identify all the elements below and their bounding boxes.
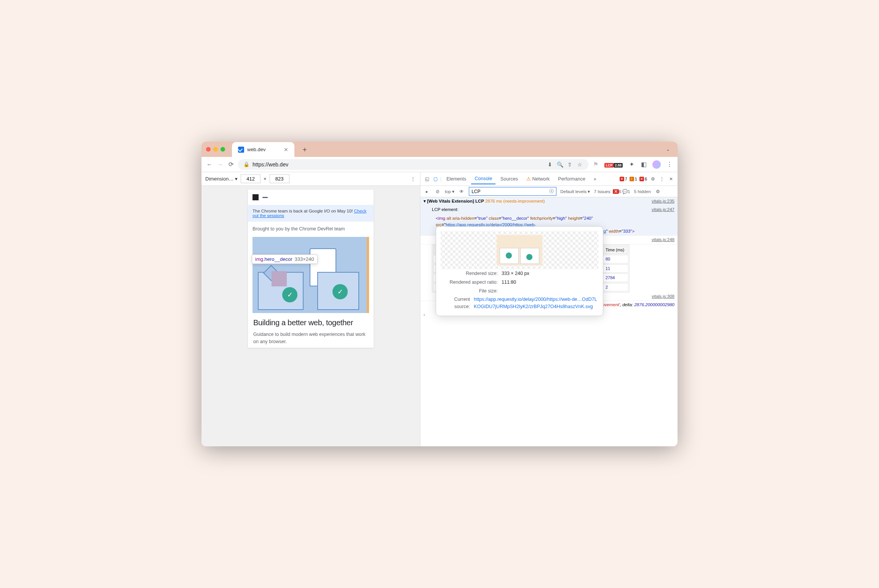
dimensions-dropdown[interactable]: Dimension… ▾ [205,176,238,182]
height-input[interactable] [270,174,289,183]
page-heading: Building a better web, together [248,317,374,329]
hidden-messages[interactable]: 5 hidden [634,189,651,194]
lock-icon: 🔒 [243,161,249,167]
device-toggle-icon[interactable]: ▢ [432,176,439,182]
bookmark-icon[interactable]: ☆ [576,161,583,168]
console-output: ▾ [Web Vitals Extension] LCP 2876 ms (ne… [420,197,678,446]
tab-performance[interactable]: Performance [555,174,589,184]
sidebar-toggle-icon[interactable]: ▸ [424,188,430,195]
menu-icon[interactable]: ⋮ [666,161,673,168]
tab-title: web.dev [247,147,265,152]
source-link[interactable]: vitals.js:247 [652,206,674,213]
announcement-banner: The Chrome team is back at Google I/O on… [248,205,374,222]
new-tab-button[interactable]: ＋ [301,145,308,154]
favicon-icon [238,147,244,153]
chevron-down-icon[interactable]: ⌄ [666,147,670,152]
viewport: The Chrome team is back at Google I/O on… [201,186,420,446]
tab-network[interactable]: ⚠ Network [523,174,553,184]
toolbar-extensions: ⚑ LCP2.88 ✦ ◧ ⋮ [592,160,673,169]
device-viewport-pane: Dimension… ▾ × ⋮ The Chrome team is back… [201,172,420,446]
console-settings-icon[interactable]: ⚙ [655,188,662,195]
tab-elements[interactable]: Elements [443,174,470,184]
hero-image: ✓ ✓ [253,237,369,313]
site-nav [248,190,374,205]
close-devtools-icon[interactable]: ✕ [668,176,674,182]
context-selector[interactable]: top ▾ [445,189,454,194]
source-link[interactable]: vitals.js:308 [652,293,674,300]
clear-icon[interactable]: ⊘ [434,188,441,195]
address-bar[interactable]: 🔒 https://web.dev ⬇ 🔍 ⇧ ☆ [238,159,588,170]
source-link[interactable]: vitals.js:235 [652,198,674,205]
live-expression-icon[interactable]: 👁 [458,188,465,195]
minimize-window[interactable] [213,147,218,152]
reload-button[interactable]: ⟳ [227,161,234,168]
sidepanel-icon[interactable]: ◧ [640,161,647,168]
inspect-icon[interactable]: ◱ [424,176,430,182]
page-subheading: Guidance to build modern web experiences… [248,329,374,348]
lcp-extension[interactable]: LCP2.88 [604,161,623,168]
tab-console[interactable]: Console [471,174,495,184]
more-tabs-icon[interactable]: » [590,174,600,184]
hamburger-icon[interactable] [262,197,268,198]
byline: Brought to you by the Chrome DevRel team [248,222,374,233]
zoom-icon[interactable]: 🔍 [556,161,563,168]
share-icon[interactable]: ⇧ [566,161,573,168]
dimensions-bar: Dimension… ▾ × ⋮ [201,172,420,186]
site-logo-icon[interactable] [253,194,259,200]
clear-filter-icon[interactable]: ⓧ [549,188,554,195]
flag-icon[interactable]: ⚑ [592,161,599,168]
close-tab-icon[interactable]: ✕ [284,147,288,153]
forward-button[interactable]: → [217,161,224,168]
image-preview-popup: Rendered size:333 × 240 px Rendered aspe… [436,226,603,316]
issues-link[interactable]: 7 Issues: ✕6 💬1 [594,189,630,194]
url-text: https://web.dev [253,161,288,168]
devtools-tabs: ◱ ▢ | Elements Console Sources ⚠ Network… [420,172,678,186]
browser-window: web.dev ✕ ＋ ⌄ ← → ⟳ 🔒 https://web.dev ⬇ … [201,142,678,446]
toolbar: ← → ⟳ 🔒 https://web.dev ⬇ 🔍 ⇧ ☆ ⚑ LCP2.8… [201,157,678,172]
devtools-pane: ◱ ▢ | Elements Console Sources ⚠ Network… [420,172,678,446]
settings-icon[interactable]: ⚙ [649,176,656,182]
current-source-link[interactable]: https://app.requestly.io/delay/2000/http… [474,296,598,310]
filter-input[interactable]: LCPⓧ [469,187,556,196]
titlebar: web.dev ✕ ＋ ⌄ [201,142,678,157]
log-levels[interactable]: Default levels ▾ [560,189,590,194]
traffic-lights [206,147,225,152]
more-icon[interactable]: ⋮ [409,176,416,182]
rendered-page[interactable]: The Chrome team is back at Google I/O on… [248,190,374,348]
kebab-icon[interactable]: ⋮ [658,176,665,182]
issues-count[interactable]: ✕6 [639,177,647,181]
tab-sources[interactable]: Sources [497,174,521,184]
source-link[interactable]: vitals.js:248 [652,236,674,243]
console-toolbar: ▸ ⊘ top ▾ 👁 LCPⓧ Default levels ▾ 7 Issu… [420,186,678,197]
zoom-window[interactable] [221,147,225,152]
close-window[interactable] [206,147,211,152]
preview-thumbnail [441,231,598,269]
profile-avatar[interactable] [652,160,661,169]
extensions-icon[interactable]: ✦ [628,161,635,168]
element-tooltip: img.hero__decor 333×240 [252,254,318,264]
width-input[interactable] [241,174,261,183]
back-button[interactable]: ← [206,161,213,168]
install-icon[interactable]: ⬇ [547,161,553,168]
browser-tab[interactable]: web.dev ✕ [232,142,294,157]
error-count[interactable]: ✕7 [620,177,627,181]
warning-count[interactable]: !1 [630,177,637,181]
